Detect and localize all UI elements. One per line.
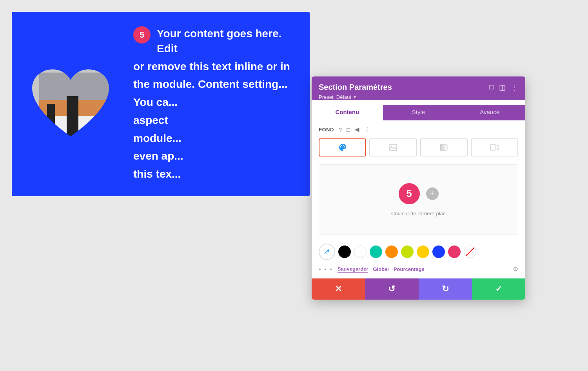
eyedropper-icon (324, 249, 330, 255)
blue-text-line1: Your content goes here. Edit (157, 26, 302, 56)
step-badge-blue: 5 (133, 26, 151, 44)
svg-rect-5 (390, 144, 397, 151)
video-icon (490, 143, 499, 152)
section-settings-panel: Section Paramètres □ ◫ ⋮ Preset: Défaut … (312, 76, 525, 300)
svg-rect-8 (490, 145, 496, 150)
swatch-teal[interactable] (370, 246, 382, 258)
actions-row: • • • Sauvegarder Global Pourcentage ⚙ (312, 262, 525, 278)
svg-rect-7 (440, 144, 447, 151)
gradient-icon (439, 143, 448, 152)
eyedropper-btn[interactable] (319, 244, 335, 260)
bg-type-gradient-btn[interactable] (420, 138, 468, 156)
help-icon[interactable]: ? (339, 126, 342, 133)
swatch-black[interactable] (338, 246, 351, 258)
color-step-badge: 5 (399, 183, 420, 204)
more-options-icon[interactable]: ⋮ (511, 83, 518, 92)
blue-text-line4: You ca... (133, 95, 302, 110)
swatch-pink[interactable] (448, 246, 461, 258)
pointer-icon[interactable]: ◀ (355, 126, 359, 133)
blue-text-line3: the module. Content setting... (133, 77, 302, 92)
preset-label: Preset: Défaut (319, 94, 351, 100)
svg-point-6 (391, 146, 392, 147)
blue-text-line2: or remove this text inline or in (133, 59, 302, 74)
redo-button[interactable]: ↻ (419, 278, 472, 300)
color-picker-area: 5 + Couleur de l'arrière-plan (319, 164, 518, 235)
tab-style[interactable]: Style (383, 105, 454, 120)
blue-text-content: 5 Your content goes here. Edit or remove… (129, 18, 310, 189)
bg-type-color-btn[interactable] (319, 138, 366, 156)
swatch-none[interactable] (464, 246, 476, 258)
blue-text-line5: aspect (133, 113, 302, 128)
fullscreen-icon[interactable]: □ (489, 83, 494, 91)
bg-type-video-btn[interactable] (471, 138, 518, 156)
tab-avance[interactable]: Avancé (454, 105, 525, 120)
gear-btn[interactable]: ⚙ (513, 266, 518, 273)
global-link[interactable]: Global (373, 266, 388, 272)
color-label: Couleur de l'arrière-plan (391, 211, 446, 216)
undo-button[interactable]: ↺ (365, 278, 418, 300)
percentage-link[interactable]: Pourcentage (394, 266, 425, 272)
preset-selector[interactable]: Preset: Défaut ▼ (319, 94, 518, 100)
desktop-icon[interactable]: □ (347, 126, 350, 133)
swatch-blue[interactable] (432, 246, 445, 258)
blue-text-line7: even ap... (133, 149, 302, 164)
swatch-yellow-green[interactable] (401, 246, 414, 258)
blue-content-section: 5 Your content goes here. Edit or remove… (12, 12, 310, 196)
add-color-btn[interactable]: + (426, 187, 439, 200)
color-fill-icon (338, 143, 347, 152)
save-button[interactable]: ✓ (472, 278, 525, 300)
blue-text-line8: this tex... (133, 167, 302, 182)
tab-contenu[interactable]: Contenu (312, 105, 383, 120)
more-dots-btn[interactable]: • • • (319, 266, 333, 273)
panel-tabs: Contenu Style Avancé (312, 105, 525, 120)
bg-type-image-btn[interactable] (369, 138, 417, 156)
swatch-orange[interactable] (385, 246, 398, 258)
image-icon (389, 143, 397, 152)
panel-body: Fond ? □ ◀ ⋮ (312, 120, 525, 300)
panel-header: Section Paramètres □ ◫ ⋮ Preset: Défaut … (312, 76, 525, 100)
cancel-button[interactable]: ✕ (312, 278, 365, 300)
fond-row: Fond ? □ ◀ ⋮ (312, 120, 525, 136)
color-main-area: 5 + (399, 183, 439, 204)
columns-icon[interactable]: ◫ (499, 83, 506, 92)
heart-image-area (12, 12, 129, 196)
blue-text-line6: module... (133, 131, 302, 146)
heart-illustration (24, 61, 118, 147)
bg-type-row (312, 136, 525, 160)
swatches-row (312, 239, 525, 262)
panel-header-top: Section Paramètres □ ◫ ⋮ (319, 83, 518, 92)
ellipsis-icon[interactable]: ⋮ (364, 126, 370, 133)
panel-header-icons: □ ◫ ⋮ (489, 83, 518, 92)
bottom-action-bar: ✕ ↺ ↻ ✓ (312, 278, 525, 300)
swatch-white[interactable] (354, 246, 367, 258)
fond-label: Fond (319, 127, 334, 133)
panel-title: Section Paramètres (319, 83, 392, 92)
preset-arrow: ▼ (353, 95, 357, 99)
save-link[interactable]: Sauvegarder (338, 266, 368, 273)
swatch-yellow[interactable] (417, 246, 429, 258)
